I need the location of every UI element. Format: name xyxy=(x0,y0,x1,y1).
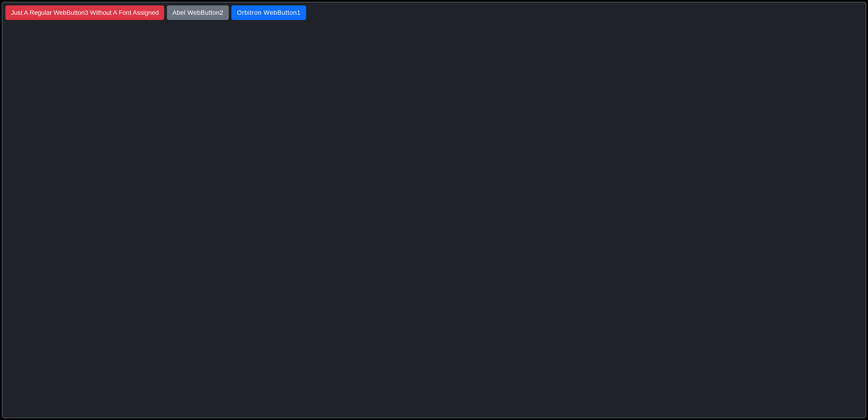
web-button-3[interactable]: Just A Regular WebButton3 Without A Font… xyxy=(5,5,164,20)
main-panel: Just A Regular WebButton3 Without A Font… xyxy=(2,2,866,418)
web-button-1[interactable]: Orbitron WebButton1 xyxy=(231,5,306,20)
web-button-2[interactable]: Abel WebButton2 xyxy=(167,5,229,20)
